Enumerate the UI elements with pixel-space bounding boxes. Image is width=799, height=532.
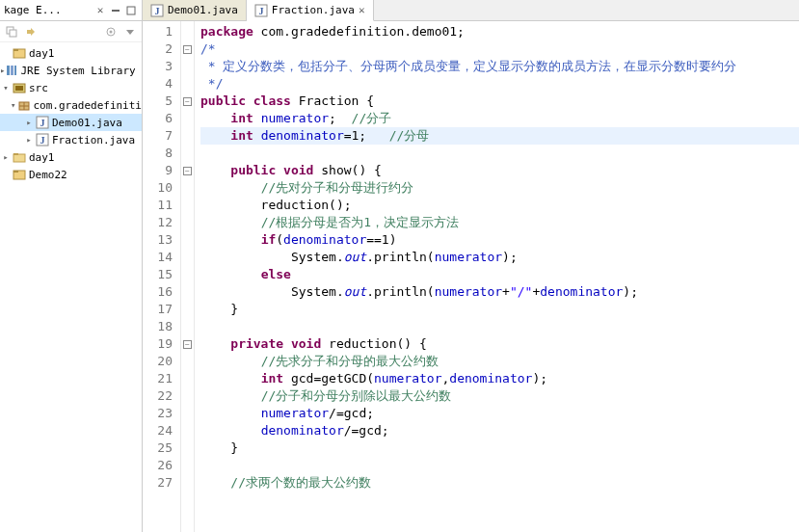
- fold-cell: [181, 127, 194, 145]
- focus-icon[interactable]: [103, 24, 119, 40]
- line-number: 13: [143, 231, 180, 249]
- code-line[interactable]: [200, 457, 799, 474]
- line-number: 27: [143, 474, 180, 492]
- code-line[interactable]: int gcd=getGCD(numerator,denominator);: [200, 370, 799, 387]
- code-line[interactable]: private void reduction() {: [200, 335, 799, 353]
- code-line[interactable]: public void show() {: [200, 162, 799, 179]
- code-line[interactable]: numerator/=gcd;: [200, 405, 799, 422]
- svg-text:J: J: [258, 6, 263, 16]
- tree-item[interactable]: ▸JRE System Library [: [0, 62, 142, 79]
- minimize-icon[interactable]: [109, 4, 122, 17]
- code-line[interactable]: */: [200, 75, 799, 93]
- expander-icon[interactable]: [0, 169, 12, 180]
- code-line[interactable]: }: [200, 439, 799, 457]
- tree-item[interactable]: Demo22: [0, 166, 142, 183]
- code-line[interactable]: //先对分子和分母进行约分: [200, 179, 799, 197]
- fold-cell: [181, 405, 194, 422]
- maximize-icon[interactable]: [124, 4, 138, 17]
- code-line[interactable]: * 定义分数类，包括分子、分母两个成员变量，定义显示分数的成员方法，在显示分数时…: [200, 58, 799, 75]
- project-icon: [12, 167, 27, 182]
- code-line[interactable]: denominator/=gcd;: [200, 422, 799, 439]
- package-explorer-header: kage E... ✕: [0, 0, 142, 21]
- svg-rect-23: [13, 171, 18, 173]
- fold-cell[interactable]: −: [181, 162, 194, 179]
- line-number: 22: [143, 387, 180, 405]
- expander-icon[interactable]: [0, 47, 12, 59]
- line-number: 16: [143, 283, 180, 301]
- code-line[interactable]: [200, 145, 799, 162]
- fold-toggle-icon[interactable]: −: [183, 167, 192, 175]
- tree-item-label: day1: [29, 151, 55, 164]
- code-line[interactable]: public class Fraction {: [200, 93, 799, 110]
- fold-cell: [181, 145, 194, 162]
- svg-text:J: J: [40, 135, 45, 146]
- code-line[interactable]: int denominator=1; //分母: [200, 127, 799, 145]
- code-line[interactable]: System.out.println(numerator+"/"+denomin…: [200, 283, 799, 301]
- code-line[interactable]: //分子和分母分别除以最大公约数: [200, 387, 799, 405]
- expander-icon[interactable]: ▾: [9, 99, 17, 111]
- close-tab-icon[interactable]: ✕: [359, 4, 365, 16]
- code-content[interactable]: package com.gradedefinition.demo01;/* * …: [195, 21, 799, 532]
- code-line[interactable]: package com.gradedefinition.demo01;: [200, 23, 799, 40]
- fold-toggle-icon[interactable]: −: [183, 340, 192, 349]
- svg-rect-21: [13, 153, 18, 155]
- code-line[interactable]: if(denominator==1): [200, 231, 799, 249]
- fold-cell: [181, 179, 194, 197]
- tree-item[interactable]: day1: [0, 44, 142, 62]
- package-icon: [17, 97, 31, 113]
- code-line[interactable]: reduction();: [200, 197, 799, 214]
- fold-cell[interactable]: −: [181, 93, 194, 110]
- code-line[interactable]: int numerator; //分子: [200, 110, 799, 127]
- fold-cell: [181, 387, 194, 405]
- expander-icon[interactable]: ▸: [0, 151, 12, 163]
- java-icon: J: [35, 132, 50, 147]
- fold-cell: [181, 23, 194, 40]
- code-line[interactable]: [200, 318, 799, 335]
- project-icon: [12, 45, 27, 61]
- tree-item-label: src: [29, 82, 48, 94]
- line-number: 3: [143, 58, 180, 75]
- code-line[interactable]: /*: [200, 40, 799, 58]
- line-number: 26: [143, 457, 180, 474]
- code-line[interactable]: //先求分子和分母的最大公约数: [200, 353, 799, 370]
- fold-cell: [181, 318, 194, 335]
- line-number: 17: [143, 301, 180, 318]
- view-menu-icon[interactable]: [122, 24, 138, 40]
- fold-cell[interactable]: −: [181, 40, 194, 58]
- project-tree[interactable]: day1▸JRE System Library [▾src▾com.graded…: [0, 42, 142, 185]
- code-line[interactable]: //根据分母是否为1，决定显示方法: [200, 214, 799, 231]
- editor-tab[interactable]: JDemo01.java: [143, 0, 247, 20]
- fold-toggle-icon[interactable]: −: [183, 97, 192, 106]
- line-number: 2: [143, 40, 180, 58]
- java-file-icon: J: [254, 4, 268, 17]
- fold-cell: [181, 370, 194, 387]
- line-number: 18: [143, 318, 180, 335]
- code-line[interactable]: }: [200, 301, 799, 318]
- editor-tabs: JDemo01.javaJFraction.java✕: [143, 0, 799, 21]
- collapse-all-icon[interactable]: [4, 24, 19, 40]
- line-number: 25: [143, 439, 180, 457]
- line-number: 20: [143, 353, 180, 370]
- expander-icon[interactable]: ▾: [0, 82, 12, 93]
- close-icon[interactable]: ✕: [93, 4, 107, 17]
- fold-toggle-icon[interactable]: −: [183, 45, 192, 54]
- line-number: 1: [143, 23, 180, 40]
- folding-column[interactable]: −−−−: [181, 21, 195, 532]
- tree-item[interactable]: ▸day1: [0, 148, 142, 166]
- code-line[interactable]: System.out.println(numerator);: [200, 249, 799, 266]
- tree-item-label: JRE System Library [: [20, 65, 142, 77]
- code-editor[interactable]: 1234567891011121314151617181920212223242…: [143, 21, 799, 532]
- code-line[interactable]: //求两个数的最大公约数: [200, 474, 799, 492]
- tree-item[interactable]: ▸JDemo01.java: [0, 114, 142, 131]
- tree-item[interactable]: ▸JFraction.java: [0, 131, 142, 148]
- expander-icon[interactable]: ▸: [23, 134, 35, 146]
- line-number: 4: [143, 75, 180, 93]
- line-number: 7: [143, 127, 180, 145]
- code-line[interactable]: else: [200, 266, 799, 283]
- tree-item[interactable]: ▾com.gradedefiniti: [0, 96, 142, 114]
- fold-cell[interactable]: −: [181, 335, 194, 353]
- expander-icon[interactable]: ▸: [23, 117, 35, 128]
- tree-item[interactable]: ▾src: [0, 79, 142, 96]
- link-editor-icon[interactable]: [23, 24, 39, 40]
- editor-tab[interactable]: JFraction.java✕: [247, 0, 374, 21]
